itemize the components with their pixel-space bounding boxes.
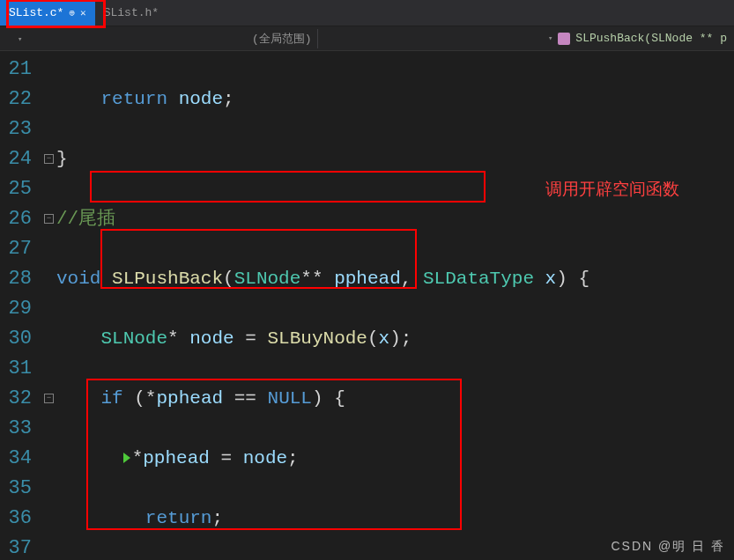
code-area[interactable]: return node; } //尾插 void SLPushBack(SLNo… (56, 51, 734, 560)
line-number-gutter: 2122232425262728293031323334353637 (0, 51, 42, 560)
fold-column: − − − (42, 51, 56, 560)
line-number: 27 (0, 234, 32, 264)
code-line[interactable]: if (*pphead == NULL) { (56, 384, 734, 414)
line-number: 26 (0, 204, 32, 234)
context-bar: ▾ (全局范围) ▾ SLPushBack(SLNode ** p (0, 26, 734, 51)
tab-slist-c[interactable]: SList.c* ⊕ ✕ (0, 0, 95, 26)
fold-marker-collapse[interactable]: − (44, 394, 54, 403)
line-number: 24 (0, 144, 32, 174)
line-number: 23 (0, 114, 32, 144)
code-line[interactable]: void SLPushBack(SLNode** pphead, SLDataT… (56, 264, 734, 294)
line-number: 21 (0, 55, 32, 85)
fold-marker-collapse[interactable]: − (44, 154, 54, 164)
line-number: 34 (0, 444, 32, 474)
function-icon (558, 33, 570, 45)
highlight-box-buynode (90, 171, 486, 203)
tab-label: SList.h* (104, 6, 159, 19)
line-number: 37 (0, 534, 32, 560)
code-line[interactable]: SLNode* node = SLBuyNode(x); (56, 324, 734, 354)
chevron-down-icon: ▾ (548, 33, 552, 43)
line-number: 35 (0, 474, 32, 504)
function-label: SLPushBack(SLNode ** p (575, 32, 727, 45)
code-line[interactable]: return; (56, 504, 734, 534)
pin-icon[interactable]: ⊕ (69, 7, 75, 18)
code-line[interactable]: *pphead = node; (56, 444, 734, 474)
tab-label: SList.c* (9, 6, 63, 19)
line-number: 32 (0, 384, 32, 414)
line-number: 30 (0, 324, 32, 354)
line-number: 36 (0, 504, 32, 534)
code-line[interactable]: //尾插 (56, 204, 734, 234)
tab-slist-h[interactable]: SList.h* (95, 0, 167, 26)
code-line[interactable]: } (56, 144, 734, 174)
line-number: 25 (0, 174, 32, 204)
function-dropdown[interactable]: ▾ SLPushBack(SLNode ** p (548, 32, 734, 45)
tab-bar: SList.c* ⊕ ✕ SList.h* (0, 0, 734, 26)
line-number: 33 (0, 414, 32, 444)
annotation-label: 调用开辟空间函数 (545, 174, 679, 204)
fold-marker-collapse[interactable]: − (44, 214, 54, 224)
code-line[interactable]: return node; (56, 85, 734, 114)
scope-dropdown[interactable]: (全局范围) (247, 29, 318, 48)
scope-label: (全局范围) (252, 31, 312, 47)
context-left-dropdown[interactable]: ▾ (0, 32, 247, 45)
line-number: 22 (0, 85, 32, 114)
chevron-down-icon: ▾ (18, 35, 22, 44)
line-number: 31 (0, 354, 32, 384)
cursor-marker-icon (123, 453, 130, 463)
code-editor[interactable]: 2122232425262728293031323334353637 − − −… (0, 51, 734, 560)
watermark: CSDN @明 日 香 (611, 539, 725, 555)
line-number: 28 (0, 264, 32, 294)
line-number: 29 (0, 294, 32, 324)
close-icon[interactable]: ✕ (80, 7, 86, 18)
